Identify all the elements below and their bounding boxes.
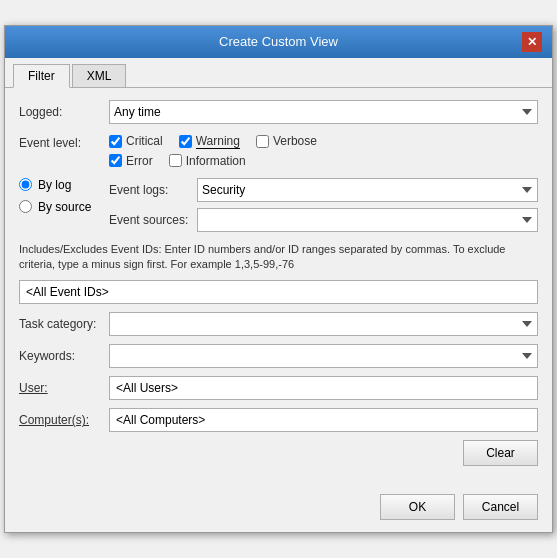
tab-filter[interactable]: Filter: [13, 64, 70, 88]
close-button[interactable]: ✕: [522, 32, 542, 52]
dialog-body: Logged: Any time Last hour Last 12 hours…: [5, 88, 552, 487]
logged-label: Logged:: [19, 105, 109, 119]
event-logs-label: Event logs:: [109, 183, 189, 197]
title-bar: Create Custom View ✕: [5, 26, 552, 58]
warning-label: Warning: [196, 134, 240, 149]
information-checkbox-item: Information: [169, 154, 246, 168]
verbose-checkbox-item: Verbose: [256, 134, 317, 149]
error-checkbox-item: Error: [109, 154, 153, 168]
keywords-row: Keywords:: [19, 344, 538, 368]
keywords-label: Keywords:: [19, 349, 109, 363]
computer-input[interactable]: [109, 408, 538, 432]
critical-label: Critical: [126, 134, 163, 148]
event-level-label: Event level:: [19, 134, 109, 150]
logged-row: Logged: Any time Last hour Last 12 hours…: [19, 100, 538, 124]
by-source-radio-item: By source: [19, 200, 109, 214]
logged-control: Any time Last hour Last 12 hours Last 24…: [109, 100, 538, 124]
user-label: User:: [19, 381, 109, 395]
by-log-radio[interactable]: [19, 178, 32, 191]
event-sources-dropdown[interactable]: [197, 208, 538, 232]
radio-section: By log By source Event logs: Security Ap…: [19, 178, 538, 232]
event-logs-row: Event logs: Security Application System: [109, 178, 538, 202]
user-input[interactable]: [109, 376, 538, 400]
clear-button[interactable]: Clear: [463, 440, 538, 466]
event-ids-input[interactable]: [19, 280, 538, 304]
bottom-buttons: OK Cancel: [5, 486, 552, 532]
ok-button[interactable]: OK: [380, 494, 455, 520]
event-sources-row: Event sources:: [109, 208, 538, 232]
warning-checkbox-item: Warning: [179, 134, 240, 149]
computer-row: Computer(s):: [19, 408, 538, 432]
dialog: Create Custom View ✕ Filter XML Logged: …: [4, 25, 553, 534]
by-log-label: By log: [38, 178, 71, 192]
verbose-checkbox[interactable]: [256, 135, 269, 148]
event-level-section: Event level: Critical Warning Verbose: [19, 134, 538, 168]
event-logs-dropdown[interactable]: Security Application System: [197, 178, 538, 202]
cancel-button[interactable]: Cancel: [463, 494, 538, 520]
event-level-checks: Critical Warning Verbose Error: [109, 134, 538, 168]
information-checkbox[interactable]: [169, 154, 182, 167]
dialog-title: Create Custom View: [35, 34, 522, 49]
critical-checkbox[interactable]: [109, 135, 122, 148]
log-sources-col: Event logs: Security Application System …: [109, 178, 538, 232]
computer-label: Computer(s):: [19, 413, 109, 427]
check-row-1: Critical Warning Verbose: [109, 134, 538, 149]
tabs-bar: Filter XML: [5, 58, 552, 88]
error-checkbox[interactable]: [109, 154, 122, 167]
hint-text: Includes/Excludes Event IDs: Enter ID nu…: [19, 242, 538, 273]
task-category-row: Task category:: [19, 312, 538, 336]
tab-xml[interactable]: XML: [72, 64, 127, 87]
logged-dropdown[interactable]: Any time Last hour Last 12 hours Last 24…: [109, 100, 538, 124]
radio-col: By log By source: [19, 178, 109, 232]
event-sources-label: Event sources:: [109, 213, 189, 227]
information-label: Information: [186, 154, 246, 168]
task-category-dropdown[interactable]: [109, 312, 538, 336]
keywords-dropdown[interactable]: [109, 344, 538, 368]
clear-row: Clear: [19, 440, 538, 466]
check-row-2: Error Information: [109, 154, 538, 168]
user-row: User:: [19, 376, 538, 400]
verbose-label: Verbose: [273, 134, 317, 148]
by-source-label: By source: [38, 200, 91, 214]
event-ids-row: [19, 280, 538, 304]
warning-checkbox[interactable]: [179, 135, 192, 148]
by-source-radio[interactable]: [19, 200, 32, 213]
error-label: Error: [126, 154, 153, 168]
task-category-label: Task category:: [19, 317, 109, 331]
critical-checkbox-item: Critical: [109, 134, 163, 149]
by-log-radio-item: By log: [19, 178, 109, 192]
